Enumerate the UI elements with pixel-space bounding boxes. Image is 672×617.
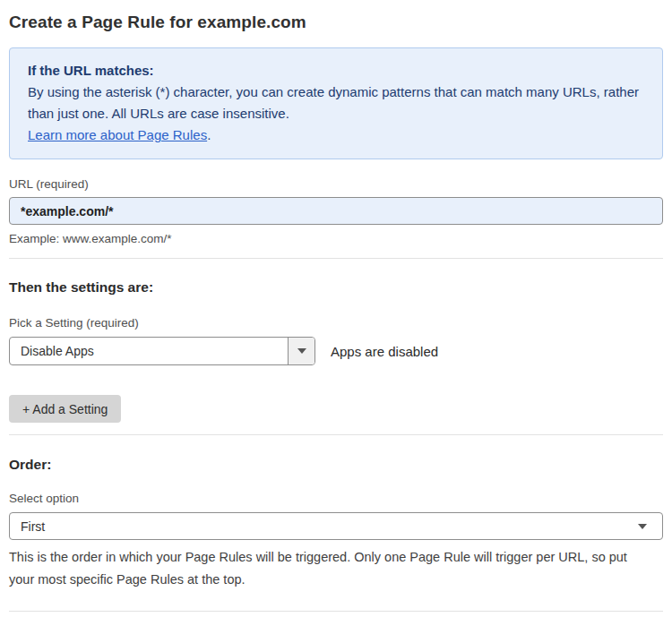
create-page-rule-form: Create a Page Rule for example.com If th… [0,0,672,617]
order-helper-text: This is the order in which your Page Rul… [9,546,654,591]
chevron-down-icon [297,348,306,354]
link-suffix: . [207,127,211,142]
url-field-label: URL (required) [9,177,663,191]
order-select-value: First [21,519,45,534]
settings-section-heading: Then the settings are: [9,279,663,296]
url-example-helper: Example: www.example.com/* [9,232,663,245]
setting-select-value: Disable Apps [10,338,288,364]
url-match-info-box: If the URL matches: By using the asteris… [9,47,663,159]
chevron-down-icon [638,524,647,529]
order-section-heading: Order: [9,457,663,473]
setting-select-arrow-button[interactable] [288,338,314,364]
page-title: Create a Page Rule for example.com [9,13,663,32]
order-select[interactable]: First [9,512,663,540]
divider [9,611,663,612]
divider [9,434,663,435]
setting-status-text: Apps are disabled [331,344,438,359]
learn-more-link[interactable]: Learn more about Page Rules [28,127,207,142]
add-setting-button[interactable]: + Add a Setting [9,395,121,423]
divider [9,258,663,259]
info-box-heading: If the URL matches: [28,60,644,81]
setting-row: Disable Apps Apps are disabled [9,337,663,365]
setting-picker-label: Pick a Setting (required) [9,316,663,330]
order-select-label: Select option [9,492,663,505]
setting-select[interactable]: Disable Apps [9,337,315,365]
url-input[interactable] [9,197,663,225]
info-box-body: By using the asterisk (*) character, you… [28,84,639,121]
